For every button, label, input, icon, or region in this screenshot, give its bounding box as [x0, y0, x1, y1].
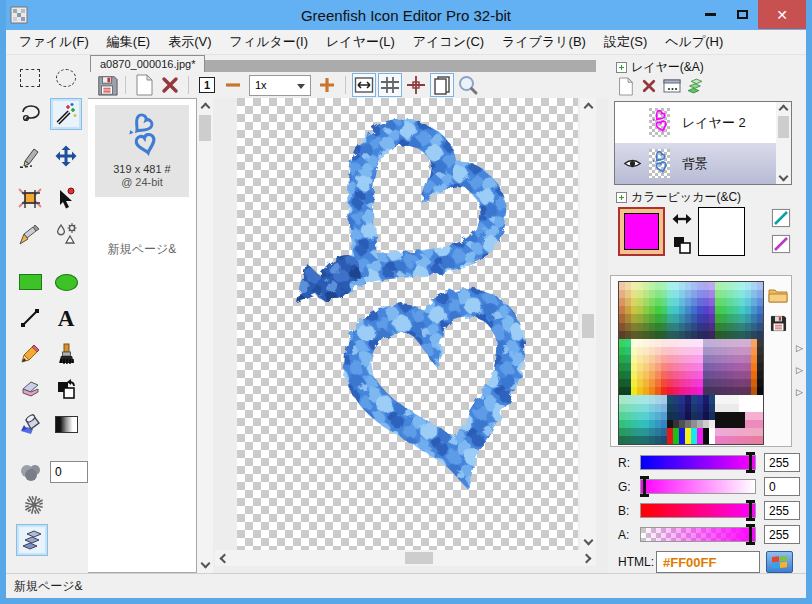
green-slider[interactable] — [640, 479, 756, 494]
canvas-scroll-down-button[interactable] — [580, 534, 596, 550]
canvas-vscrollbar[interactable] — [580, 98, 596, 550]
foreground-color-swatch[interactable] — [618, 207, 665, 256]
rectangle-tool-button[interactable] — [14, 266, 46, 298]
magic-wand-tool-button[interactable] — [50, 98, 82, 130]
retouch-tool-button[interactable] — [50, 218, 82, 250]
eyedropper-tool-button[interactable] — [14, 218, 46, 250]
menu-edit[interactable]: 編集(E) — [98, 30, 159, 54]
canvas-vscrollbar-thumb[interactable] — [582, 314, 594, 338]
default-colors-icon[interactable] — [672, 235, 692, 255]
pen-select-tool-button[interactable] — [14, 140, 46, 172]
canvas-hscrollbar-thumb[interactable] — [405, 552, 433, 564]
new-page-slot-label[interactable]: 新規ページ& — [88, 241, 196, 258]
menu-filter[interactable]: フィルター(I) — [221, 30, 318, 54]
expand-plus-icon[interactable] — [616, 192, 627, 203]
transparent-fg-button[interactable] — [772, 209, 790, 227]
background-color-swatch[interactable] — [698, 207, 745, 256]
pencil-tool-button[interactable] — [14, 338, 46, 370]
eraser-tool-button[interactable] — [14, 372, 46, 404]
line-tool-button[interactable] — [14, 302, 46, 334]
layer-properties-button[interactable] — [660, 75, 683, 97]
zoom-in-button[interactable] — [315, 73, 339, 97]
save-button[interactable] — [95, 73, 119, 97]
lasso-tool-button[interactable] — [14, 98, 46, 130]
fit-window-toggle[interactable] — [352, 73, 376, 97]
gradient-tool-button[interactable] — [50, 408, 82, 440]
panel-expander-icon[interactable]: ▷ — [796, 343, 803, 353]
brush-tool-button[interactable] — [50, 338, 82, 370]
expand-plus-icon[interactable] — [616, 62, 627, 73]
pages-scrollbar-thumb[interactable] — [199, 115, 211, 141]
merge-layers-button[interactable] — [683, 75, 706, 97]
menu-library[interactable]: ライブラリ(B) — [493, 30, 595, 54]
layer-row-layer2[interactable]: レイヤー 2 — [615, 102, 777, 143]
background-visibility-toggle[interactable] — [615, 157, 649, 170]
layer-row-background[interactable]: 背景 — [615, 143, 777, 184]
html-color-input[interactable] — [656, 551, 760, 573]
alpha-slider[interactable] — [640, 527, 756, 542]
layers-scroll-down-button[interactable] — [776, 170, 791, 186]
delete-page-button[interactable] — [158, 73, 182, 97]
hotspot-tool-button[interactable] — [50, 182, 82, 214]
text-tool-button[interactable]: A — [50, 302, 82, 334]
colorpicker-section-header[interactable]: カラーピッカー(&C) — [616, 189, 741, 206]
page-thumbnail[interactable]: 319 x 481 # @ 24-bit — [95, 105, 189, 197]
green-value-input[interactable] — [764, 477, 800, 496]
antialias-icon[interactable] — [22, 493, 46, 517]
crop-tool-button[interactable] — [14, 182, 46, 214]
layers-toggle-button[interactable] — [16, 524, 48, 556]
panel-expander-icon[interactable]: ▷ — [796, 387, 803, 397]
document-tab[interactable]: a0870_000016.jpg* — [90, 55, 205, 72]
canvas-scroll-right-button[interactable] — [580, 550, 596, 566]
menu-help[interactable]: ヘルプ(H) — [656, 30, 732, 54]
rect-select-tool-button[interactable] — [14, 62, 46, 94]
image-canvas[interactable] — [237, 98, 578, 550]
blue-value-input[interactable] — [764, 501, 800, 520]
menu-settings[interactable]: 設定(S) — [595, 30, 656, 54]
zoom-out-button[interactable] — [221, 73, 245, 97]
centerlines-toggle[interactable] — [404, 73, 428, 97]
grid-toggle[interactable] — [378, 73, 402, 97]
menu-icon[interactable]: アイコン(C) — [404, 30, 493, 54]
swap-colors-tool-button[interactable] — [50, 372, 82, 404]
canvas-scroll-left-button[interactable] — [215, 550, 231, 566]
panel-expander-icon[interactable]: ▷ — [796, 365, 803, 375]
close-button[interactable]: ✕ — [758, 0, 806, 29]
menu-file[interactable]: ファイル(F) — [10, 30, 98, 54]
open-palette-button[interactable] — [767, 284, 789, 306]
maximize-button[interactable] — [726, 0, 758, 29]
red-slider-thumb[interactable] — [746, 452, 755, 473]
menu-view[interactable]: 表示(V) — [159, 30, 220, 54]
delete-layer-button[interactable] — [637, 75, 660, 97]
color-palette-grid[interactable] — [618, 281, 764, 445]
alpha-value-input[interactable] — [764, 525, 800, 544]
red-slider[interactable] — [640, 455, 756, 470]
move-tool-button[interactable] — [50, 140, 82, 172]
swap-fg-bg-icon[interactable] — [672, 213, 692, 225]
green-slider-thumb[interactable] — [640, 476, 649, 497]
canvas-scroll-up-button[interactable] — [580, 98, 596, 114]
layers-scrollbar-thumb[interactable] — [778, 116, 789, 138]
tolerance-input[interactable] — [50, 461, 88, 483]
magnifier-button[interactable] — [456, 73, 480, 97]
pages-scroll-up-button[interactable] — [197, 98, 213, 114]
pages-toggle[interactable] — [430, 73, 454, 97]
new-page-button[interactable] — [132, 73, 156, 97]
alpha-slider-thumb[interactable] — [746, 524, 755, 545]
ellipse-tool-button[interactable] — [50, 266, 82, 298]
system-color-dialog-button[interactable] — [766, 551, 793, 573]
transparent-bg-button[interactable] — [772, 235, 790, 253]
minimize-button[interactable] — [694, 0, 726, 29]
canvas-hscrollbar[interactable] — [215, 550, 596, 566]
ellipse-select-tool-button[interactable] — [50, 62, 82, 94]
layers-section-header[interactable]: レイヤー(&A) — [616, 59, 704, 76]
blue-slider[interactable] — [640, 503, 756, 518]
layers-scroll-up-button[interactable] — [776, 100, 791, 116]
menu-layer[interactable]: レイヤー(L) — [317, 30, 404, 54]
fill-tool-button[interactable] — [14, 408, 46, 440]
save-palette-button[interactable] — [767, 312, 789, 334]
pages-scrollbar[interactable] — [197, 98, 213, 573]
zoom-level-select[interactable]: 1x — [249, 75, 311, 96]
actual-size-button[interactable]: 1 — [195, 73, 219, 97]
pages-scroll-down-button[interactable] — [197, 557, 213, 573]
